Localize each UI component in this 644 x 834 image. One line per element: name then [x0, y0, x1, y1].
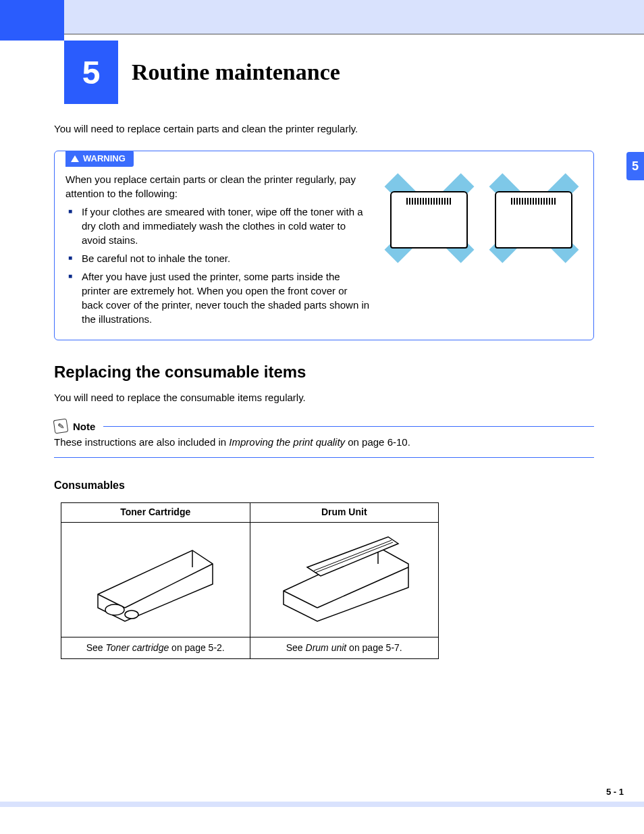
table-header-toner: Toner Cartridge	[61, 503, 250, 523]
drum-unit-image-cell	[250, 522, 439, 637]
side-tab: 5	[626, 152, 644, 180]
page-number: 5 - 1	[606, 787, 624, 797]
warning-item: Be careful not to inhale the toner.	[65, 251, 371, 265]
warning-icon	[71, 155, 79, 162]
warning-item: After you have just used the printer, so…	[65, 269, 371, 326]
printer-back-illustration	[485, 178, 583, 259]
warning-lead: When you replace certain parts or clean …	[65, 172, 371, 201]
svg-point-5	[125, 610, 138, 619]
toner-cartridge-image-cell	[61, 522, 250, 637]
chapter-title: Routine maintenance	[132, 59, 340, 85]
header-blue-block	[0, 0, 64, 41]
note-rule	[103, 426, 594, 427]
printer-front-illustration	[380, 178, 478, 259]
drum-caption: See Drum unit on page 5-7.	[250, 637, 439, 659]
table-header-drum: Drum Unit	[250, 503, 439, 523]
subsection-title: Consumables	[54, 478, 594, 493]
header-light-strip	[64, 0, 644, 34]
header-divider	[64, 34, 644, 34]
section-title: Replacing the consumable items	[54, 361, 594, 384]
note-bottom-rule	[54, 457, 594, 458]
note-icon: ✎	[53, 419, 69, 434]
note-label: Note	[73, 419, 95, 434]
note-text: These instructions are also included in …	[54, 435, 594, 449]
section-text: You will need to replace the consumable …	[54, 390, 594, 405]
intro-text: You will need to replace certain parts a…	[54, 122, 594, 136]
consumables-table: Toner Cartridge Drum Unit	[61, 502, 439, 659]
warning-tab: WARNING	[65, 151, 134, 167]
svg-point-4	[105, 604, 124, 615]
warning-box: WARNING When you replace certain parts o…	[54, 151, 594, 340]
note-block: ✎ Note These instructions are also inclu…	[54, 419, 594, 458]
drum-unit-illustration	[267, 530, 422, 625]
toner-cartridge-illustration	[78, 530, 233, 625]
warning-label: WARNING	[83, 153, 126, 165]
warning-item: If your clothes are smeared with toner, …	[65, 205, 371, 247]
footer-bar	[0, 802, 644, 807]
chapter-number: 5	[64, 41, 118, 104]
toner-caption: See Toner cartridge on page 5-2.	[61, 637, 250, 659]
